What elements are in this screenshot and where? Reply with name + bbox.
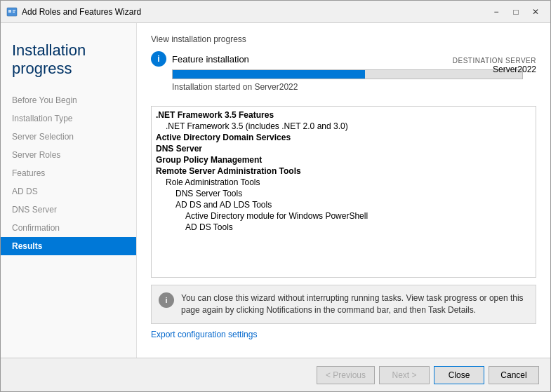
sidebar-nav: Before You BeginInstallation TypeServer … bbox=[1, 91, 136, 255]
feature-item: Role Administration Tools bbox=[152, 177, 536, 188]
sidebar-item-results[interactable]: Results bbox=[1, 237, 136, 255]
maximize-button[interactable]: □ bbox=[507, 4, 525, 20]
previous-button[interactable]: < Previous bbox=[317, 366, 375, 384]
notice-info-icon: i bbox=[159, 292, 174, 308]
sidebar-item-installation-type[interactable]: Installation Type bbox=[1, 109, 136, 128]
progress-info-icon: i bbox=[151, 51, 166, 67]
sidebar: Installation progress Before You BeginIn… bbox=[1, 23, 137, 358]
feature-item: DNS Server Tools bbox=[152, 188, 536, 199]
feature-item: Group Policy Management bbox=[152, 154, 536, 165]
next-button[interactable]: Next > bbox=[379, 366, 430, 384]
feature-item: DNS Server bbox=[152, 143, 536, 154]
title-bar-controls: − □ ✕ bbox=[487, 4, 545, 20]
main-content: DESTINATION SERVER Server2022 View insta… bbox=[137, 23, 550, 358]
export-link[interactable]: Export configuration settings bbox=[151, 330, 536, 339]
wizard-icon bbox=[6, 6, 18, 18]
svg-rect-1 bbox=[8, 10, 11, 13]
feature-item: Remote Server Administration Tools bbox=[152, 165, 536, 177]
svg-rect-3 bbox=[13, 11, 15, 13]
features-list-box: .NET Framework 3.5 Features.NET Framewor… bbox=[151, 106, 536, 278]
dest-name: Server2022 bbox=[453, 65, 536, 74]
sidebar-item-server-selection[interactable]: Server Selection bbox=[1, 128, 136, 146]
progress-title: Feature installation bbox=[172, 54, 249, 65]
feature-item: .NET Framework 3.5 (includes .NET 2.0 an… bbox=[152, 121, 536, 132]
title-bar: Add Roles and Features Wizard − □ ✕ bbox=[1, 1, 550, 23]
feature-item: AD DS Tools bbox=[152, 222, 536, 233]
close-button[interactable]: Close bbox=[434, 366, 484, 384]
svg-rect-2 bbox=[13, 10, 15, 11]
notice-text: You can close this wizard without interr… bbox=[181, 292, 529, 316]
destination-server: DESTINATION SERVER Server2022 bbox=[453, 57, 536, 74]
header-section: Installation progress bbox=[1, 30, 136, 86]
sidebar-item-server-roles[interactable]: Server Roles bbox=[1, 146, 136, 164]
page-title: Installation progress bbox=[12, 41, 125, 79]
sidebar-item-confirmation[interactable]: Confirmation bbox=[1, 219, 136, 237]
sidebar-item-dns-server[interactable]: DNS Server bbox=[1, 201, 136, 219]
sidebar-item-before-you-begin[interactable]: Before You Begin bbox=[1, 91, 136, 109]
notice-box: i You can close this wizard without inte… bbox=[151, 285, 536, 324]
progress-bar-fill bbox=[173, 70, 365, 79]
sidebar-item-ad-ds[interactable]: AD DS bbox=[1, 182, 136, 201]
footer: < Previous Next > Close Cancel bbox=[1, 358, 550, 391]
wizard-window: Add Roles and Features Wizard − □ ✕ Inst… bbox=[0, 0, 551, 392]
window-close-button[interactable]: ✕ bbox=[526, 4, 545, 20]
dest-label: DESTINATION SERVER bbox=[453, 57, 536, 65]
feature-item: Active Directory module for Windows Powe… bbox=[152, 210, 536, 222]
sidebar-item-features[interactable]: Features bbox=[1, 164, 136, 182]
title-bar-left: Add Roles and Features Wizard bbox=[6, 6, 141, 18]
feature-item: .NET Framework 3.5 Features bbox=[152, 109, 536, 121]
title-bar-title: Add Roles and Features Wizard bbox=[22, 7, 141, 17]
view-installation-label: View installation progress bbox=[151, 34, 536, 44]
feature-item: AD DS and AD LDS Tools bbox=[152, 199, 536, 210]
feature-item: Active Directory Domain Services bbox=[152, 132, 536, 143]
minimize-button[interactable]: − bbox=[487, 4, 505, 20]
cancel-button[interactable]: Cancel bbox=[489, 366, 539, 384]
progress-status: Installation started on Server2022 bbox=[172, 82, 536, 92]
content-area: Installation progress Before You BeginIn… bbox=[1, 23, 550, 358]
